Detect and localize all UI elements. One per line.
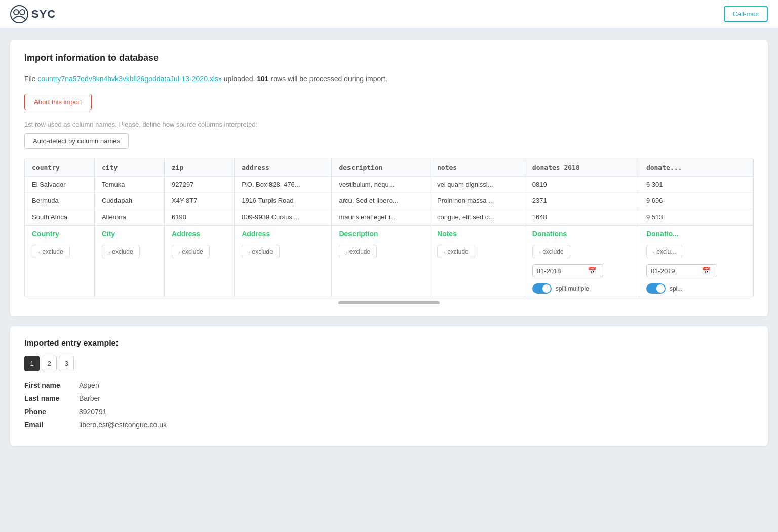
label-donations: Donations — [525, 225, 639, 242]
exclude-address-btn[interactable]: - exclude — [242, 245, 280, 258]
calendar-icon-1: 📅 — [588, 267, 596, 275]
action-zip[interactable]: - exclude — [165, 242, 235, 261]
entry-section-title: Imported entry example: — [24, 339, 754, 348]
main-content: Import information to database File coun… — [0, 28, 778, 458]
date-address — [235, 261, 332, 280]
table-row: Bermuda Cuddapah X4Y 8T7 1916 Turpis Roa… — [25, 193, 753, 209]
table-row: South Africa Allerona 6190 809-9939 Curs… — [25, 209, 753, 226]
logo-text: SYC — [31, 8, 56, 21]
action-country[interactable]: - exclude — [25, 242, 94, 261]
cell-desc-3: mauris erat eget i... — [332, 209, 430, 226]
table-label-row: Country City Address Address Description… — [25, 225, 753, 242]
action-description[interactable]: - exclude — [332, 242, 430, 261]
file-prefix: File — [24, 75, 37, 83]
calendar-icon-2: 📅 — [702, 267, 710, 275]
cell-address-3: 809-9939 Cursus ... — [235, 209, 332, 226]
file-name: 7na57qdv8kn4bvk3vkbll26goddataJul-13-202… — [61, 75, 222, 83]
date-zip — [165, 261, 235, 280]
exclude-desc-btn[interactable]: - exclude — [339, 245, 377, 258]
col-header-donates2018: donates 2018 — [525, 158, 639, 177]
entry-example-card: Imported entry example: 1 2 3 First name… — [10, 326, 768, 446]
table-header-row: country city zip address description not… — [25, 158, 753, 177]
page-btn-3[interactable]: 3 — [59, 356, 74, 371]
table-row: El Salvador Temuka 927297 P.O. Box 828, … — [25, 177, 753, 193]
action-address[interactable]: - exclude — [235, 242, 332, 261]
field-firstname: First name Aspen — [24, 381, 754, 389]
label-country: Country — [25, 225, 94, 242]
label-address: Address — [235, 225, 332, 242]
date-input-2[interactable] — [651, 267, 702, 275]
cell-don2018-1: 0819 — [525, 177, 639, 193]
date-input-wrapper-2[interactable]: 📅 — [646, 264, 717, 277]
toggle-label-1: split multiple — [556, 285, 589, 292]
cell-don2018-2: 2371 — [525, 193, 639, 209]
col-header-country: country — [25, 158, 94, 177]
action-notes[interactable]: - exclude — [430, 242, 525, 261]
file-link[interactable]: country — [37, 75, 61, 83]
cell-address-1: P.O. Box 828, 476... — [235, 177, 332, 193]
date-input-1[interactable] — [537, 267, 588, 275]
exclude-donations2-btn[interactable]: - exclu... — [646, 245, 682, 258]
file-suffix-pre: uploaded. — [222, 75, 257, 83]
toggle-wrapper-2[interactable]: spl... — [646, 283, 746, 294]
exclude-zip-btn[interactable]: - exclude — [172, 245, 210, 258]
logo: SYC — [10, 5, 56, 23]
action-donations2[interactable]: - exclu... — [639, 242, 753, 261]
col-header-address: address — [235, 158, 332, 177]
col-header-notes: notes — [430, 158, 525, 177]
toggle-desc — [332, 280, 430, 297]
exclude-country-btn[interactable]: - exclude — [32, 245, 70, 258]
cell-don-2: 9 696 — [639, 193, 753, 209]
cell-notes-1: vel quam dignissi... — [430, 177, 525, 193]
col-header-description: description — [332, 158, 430, 177]
cell-zip-1: 927297 — [165, 177, 235, 193]
page-btn-1[interactable]: 1 — [24, 356, 40, 371]
email-value: libero.est@estcongue.co.uk — [79, 421, 167, 429]
cell-don-3: 9 513 — [639, 209, 753, 226]
split-multiple-toggle-2[interactable] — [646, 283, 666, 294]
date-input-wrapper-1[interactable]: 📅 — [532, 264, 603, 277]
lastname-value: Barber — [79, 394, 100, 402]
toggle-label-2: spl... — [670, 285, 682, 292]
auto-detect-button[interactable]: Auto-detect by column names — [24, 133, 129, 149]
cell-city-3: Allerona — [94, 209, 164, 226]
import-table-wrapper: country city zip address description not… — [24, 158, 754, 297]
toggle-donations2[interactable]: spl... — [639, 280, 753, 297]
split-multiple-toggle-1[interactable] — [532, 283, 552, 294]
action-donations[interactable]: - exclude — [525, 242, 639, 261]
cell-country-2: Bermuda — [25, 193, 94, 209]
toggle-donations[interactable]: split multiple — [525, 280, 639, 297]
cell-desc-1: vestibulum, nequ... — [332, 177, 430, 193]
label-notes: Notes — [430, 225, 525, 242]
field-phone: Phone 8920791 — [24, 407, 754, 416]
action-city[interactable]: - exclude — [94, 242, 164, 261]
cell-country-3: South Africa — [25, 209, 94, 226]
firstname-value: Aspen — [79, 381, 99, 389]
call-mode-button[interactable]: Call-moc — [724, 6, 768, 22]
table-action-row: - exclude - exclude - exclude - exclude — [25, 242, 753, 261]
label-zip: Address — [165, 225, 235, 242]
file-info: File country7na57qdv8kn4bvk3vkbll26godda… — [24, 73, 754, 85]
exclude-donations-btn[interactable]: - exclude — [532, 245, 570, 258]
cell-zip-2: X4Y 8T7 — [165, 193, 235, 209]
date-donations[interactable]: 📅 — [525, 261, 639, 280]
lastname-label: Last name — [24, 394, 75, 402]
field-email: Email libero.est@estcongue.co.uk — [24, 421, 754, 429]
date-country — [25, 261, 94, 280]
page-title: Import information to database — [24, 53, 754, 63]
exclude-notes-btn[interactable]: - exclude — [437, 245, 475, 258]
cell-city-1: Temuka — [94, 177, 164, 193]
import-card: Import information to database File coun… — [10, 40, 768, 316]
toggle-zip — [165, 280, 235, 297]
exclude-city-btn[interactable]: - exclude — [102, 245, 140, 258]
cell-desc-2: arcu. Sed et libero... — [332, 193, 430, 209]
col-header-city: city — [94, 158, 164, 177]
date-donations2[interactable]: 📅 — [639, 261, 753, 280]
cell-city-2: Cuddapah — [94, 193, 164, 209]
page-btn-2[interactable]: 2 — [42, 356, 57, 371]
date-desc — [332, 261, 430, 280]
col-hint: 1st row used as column names. Please, de… — [24, 120, 754, 128]
toggle-wrapper-1[interactable]: split multiple — [532, 283, 632, 294]
table-date-row: 📅 📅 — [25, 261, 753, 280]
abort-button[interactable]: Abort this import — [24, 94, 92, 110]
